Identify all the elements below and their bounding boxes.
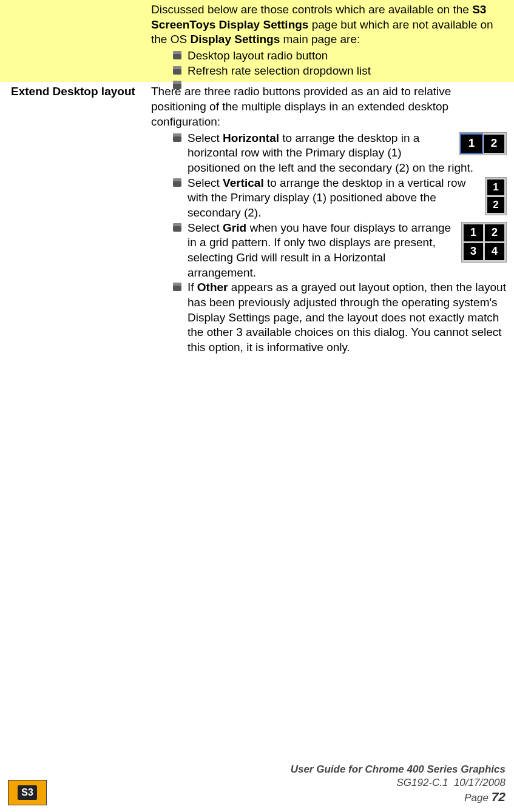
layout-list: 1 2 Select Horizontal to arrange the des…	[173, 131, 508, 355]
notice-text: Discussed below are those controls which…	[151, 2, 508, 47]
text-bold: Display Settings	[190, 33, 280, 45]
text-bold: Vertical	[223, 176, 264, 189]
notice-list: Desktop layout radio button Refresh rate…	[173, 49, 508, 78]
monitor-3-icon: 3	[464, 243, 483, 260]
doc-id: SG192-C.1	[396, 777, 448, 788]
section-intro: There are three radio buttons provided a…	[151, 84, 508, 129]
text: appears as a grayed out layout option, t…	[188, 281, 506, 354]
page-footer: S3 User Guide for Chrome 400 Series Grap…	[0, 759, 514, 812]
text: main page are:	[280, 33, 360, 45]
monitor-1-icon: 1	[461, 135, 482, 153]
horizontal-layout-figure: 1 2	[459, 132, 507, 155]
list-item: 1 2 3 4 Select Grid when you have four d…	[173, 221, 508, 281]
grid-layout-figure: 1 2 3 4	[461, 222, 507, 263]
list-item: 1 2 Select Vertical to arrange the deskt…	[173, 176, 508, 221]
monitor-2-icon: 2	[484, 135, 504, 153]
text: Select	[188, 176, 223, 189]
vertical-layout-figure: 1 2	[485, 177, 507, 215]
list-item: 1 2 Select Horizontal to arrange the des…	[173, 131, 508, 176]
monitor-1-icon: 1	[464, 224, 483, 241]
doc-table: Discussed below are those controls which…	[0, 0, 514, 359]
text: Select	[188, 132, 223, 144]
doc-date: 10/17/2008	[454, 777, 506, 788]
logo-text: S3	[18, 785, 37, 800]
text-bold: Other	[197, 281, 228, 294]
footer-text: User Guide for Chrome 400 Series Graphic…	[291, 763, 506, 805]
page-label: Page	[464, 792, 491, 804]
text: Select	[188, 221, 223, 234]
section-heading: Extend Desktop layout	[11, 84, 147, 99]
monitor-1-icon: 1	[487, 180, 504, 195]
monitor-4-icon: 4	[485, 243, 504, 260]
text: If	[188, 281, 197, 294]
list-item: Refresh rate selection dropdown list	[173, 64, 508, 79]
list-item: Desktop layout radio button	[173, 49, 508, 64]
monitor-2-icon: 2	[487, 197, 504, 213]
footer-title: User Guide for Chrome 400 Series Graphic…	[291, 763, 506, 776]
page-number: 72	[492, 790, 506, 804]
text-bold: Grid	[223, 221, 246, 234]
text-bold: Horizontal	[223, 132, 279, 144]
text: Discussed below are those controls which…	[151, 3, 472, 16]
list-item: If Other appears as a grayed out layout …	[173, 280, 508, 355]
monitor-2-icon: 2	[485, 224, 504, 241]
s3-logo-icon: S3	[8, 780, 46, 805]
